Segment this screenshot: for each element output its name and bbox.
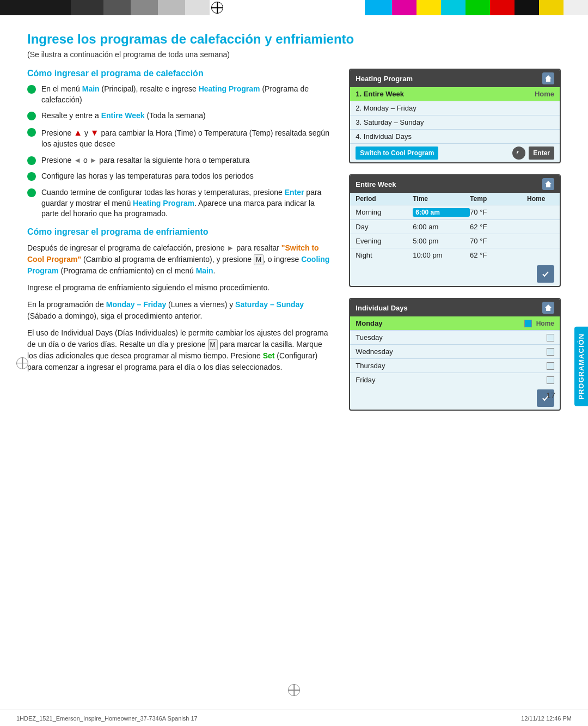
col-period: Period xyxy=(356,195,413,203)
two-column-layout: Cómo ingresar el programa de calefacción… xyxy=(27,69,561,411)
heating-panel-title: Heating Program xyxy=(356,75,413,83)
list-item: Configure las horas y las temperaturas p… xyxy=(27,171,333,182)
week-column-headers: Period Time Temp Home xyxy=(350,193,560,205)
temp-evening: 70 °F xyxy=(470,237,527,245)
day-row-tuesday[interactable]: Tuesday xyxy=(350,331,560,345)
week-panel-header: Entire Week xyxy=(350,175,560,193)
time-night: 10:00 pm xyxy=(413,251,470,259)
day-row-friday[interactable]: Friday xyxy=(350,373,560,387)
menu-item-label: 1. Entire Week xyxy=(356,90,535,98)
days-footer xyxy=(350,387,560,410)
col-time: Time xyxy=(413,195,470,203)
week-row-morning: Morning 6:00 am 70 °F xyxy=(350,205,560,220)
period-morning: Morning xyxy=(356,208,413,217)
day-tuesday: Tuesday xyxy=(356,333,547,341)
heating-program-panel: Heating Program 1. Entire Week Home 2. M… xyxy=(349,69,561,163)
highlight-monfri: Monday – Friday xyxy=(106,300,166,309)
home-label-monday: Home xyxy=(536,320,554,327)
day-row-wednesday[interactable]: Wednesday xyxy=(350,345,560,359)
section2-para3: En la programación de Monday – Friday (L… xyxy=(27,299,333,322)
main-page: Ingrese los programas de calefacción y e… xyxy=(0,15,588,422)
key-m2: M xyxy=(208,339,218,350)
highlight-switch: "Switch to Cool Program" xyxy=(27,243,319,264)
highlight-entireweek: Entire Week xyxy=(101,111,145,120)
bullet-text: Cuando termine de configurar todas las h… xyxy=(41,187,333,219)
individual-days-panel: Individual Days Monday Home Tuesday Wedn… xyxy=(349,298,561,411)
bullet-icon xyxy=(27,128,36,137)
bullet-text: En el menú Main (Principal), resalte e i… xyxy=(41,84,333,105)
programacion-tab: PROGRAMACIÓN xyxy=(574,327,588,406)
col-temp: Temp xyxy=(470,195,527,203)
temp-night: 62 °F xyxy=(470,251,527,259)
bullet-icon xyxy=(27,172,36,181)
checkbox-wednesday[interactable] xyxy=(547,348,554,356)
right-column: Heating Program 1. Entire Week Home 2. M… xyxy=(349,69,561,411)
menu-item-sat-sun[interactable]: 3. Saturday – Sunday xyxy=(350,115,560,130)
time-morning: 6:00 am xyxy=(413,208,470,217)
day-friday: Friday xyxy=(356,376,547,384)
list-item: Cuando termine de configurar todas las h… xyxy=(27,187,333,219)
temp-morning: 70 °F xyxy=(470,208,527,217)
highlight-satsum: Saturday – Sunday xyxy=(235,300,304,309)
menu-item-individual-days[interactable]: 4. Individual Days xyxy=(350,130,560,144)
page-title: Ingrese los programas de calefacción y e… xyxy=(27,32,561,47)
day-monday: Monday xyxy=(356,319,524,327)
highlight-main: Main xyxy=(82,84,100,93)
bullet-icon xyxy=(27,156,36,165)
section2-para2: Ingrese el programa de enfriamiento sigu… xyxy=(27,282,333,294)
top-color-bar xyxy=(0,0,588,15)
days-panel-title: Individual Days xyxy=(356,304,407,312)
checkbox-tuesday[interactable] xyxy=(547,334,554,341)
heating-panel-header: Heating Program xyxy=(350,70,560,87)
bottom-left-text: 1HDEZ_1521_Emerson_Inspire_Homeowner_37-… xyxy=(16,715,198,722)
back-icon xyxy=(512,147,525,160)
bullet-text: Presione ◄ o ► para resaltar la siguient… xyxy=(41,155,333,166)
checkbox-monday[interactable] xyxy=(524,320,532,327)
highlight-set: Set xyxy=(263,351,275,360)
section2-para4: El uso de Individual Days (Días Individu… xyxy=(27,327,333,373)
time-evening: 5:00 pm xyxy=(413,237,470,245)
checkbox-friday[interactable] xyxy=(547,376,554,384)
heating-panel-footer: Switch to Cool Program Enter xyxy=(350,144,560,162)
list-item: Resalte y entre a Entire Week (Toda la s… xyxy=(27,111,333,121)
page-number: 17 xyxy=(546,391,555,400)
home-icon xyxy=(542,72,554,84)
checkbox-thursday[interactable] xyxy=(547,362,554,370)
enter-button[interactable]: Enter xyxy=(529,147,554,160)
menu-item-entire-week[interactable]: 1. Entire Week Home xyxy=(350,87,560,101)
period-evening: Evening xyxy=(356,237,413,245)
section2-para1: Después de ingresar el programa de calef… xyxy=(27,242,333,277)
bullet-icon xyxy=(27,112,36,120)
menu-item-mon-fri[interactable]: 2. Monday – Friday xyxy=(350,101,560,115)
week-panel-title: Entire Week xyxy=(356,180,396,188)
switch-to-cool-button[interactable]: Switch to Cool Program xyxy=(356,147,438,160)
days-home-icon xyxy=(542,302,554,314)
day-wednesday: Wednesday xyxy=(356,347,547,356)
highlight-heating: Heating Program xyxy=(199,84,260,93)
day-row-thursday[interactable]: Thursday xyxy=(350,359,560,373)
time-day: 6:00 am xyxy=(413,223,470,231)
key-m: M xyxy=(254,254,264,265)
bullet-text: Configure las horas y las temperaturas p… xyxy=(41,171,333,182)
week-row-night: Night 10:00 pm 62 °F xyxy=(350,248,560,262)
highlight-enter: Enter xyxy=(285,188,304,197)
period-day: Day xyxy=(356,223,413,231)
bottom-bar: 1HDEZ_1521_Emerson_Inspire_Homeowner_37-… xyxy=(0,710,588,726)
bullet-icon xyxy=(27,188,36,197)
page-subtitle: (Se ilustra a continuación el programa d… xyxy=(27,50,561,59)
period-night: Night xyxy=(356,251,413,259)
menu-item-label: 4. Individual Days xyxy=(356,132,554,141)
day-row-monday[interactable]: Monday Home xyxy=(350,316,560,331)
days-panel-header: Individual Days xyxy=(350,299,560,316)
menu-item-label: 3. Saturday – Sunday xyxy=(356,118,554,126)
week-row-evening: Evening 5:00 pm 70 °F xyxy=(350,234,560,248)
list-item: En el menú Main (Principal), resalte e i… xyxy=(27,84,333,105)
highlight-main2: Main xyxy=(196,266,213,275)
left-column: Cómo ingresar el programa de calefacción… xyxy=(27,69,333,411)
highlight-hp: Heating Program xyxy=(133,199,194,208)
col-home: Home xyxy=(527,195,554,203)
entire-week-panel: Entire Week Period Time Temp Home Mornin… xyxy=(349,174,561,287)
week-set-button[interactable] xyxy=(537,265,554,283)
day-thursday: Thursday xyxy=(356,362,547,370)
temp-day: 62 °F xyxy=(470,223,527,231)
